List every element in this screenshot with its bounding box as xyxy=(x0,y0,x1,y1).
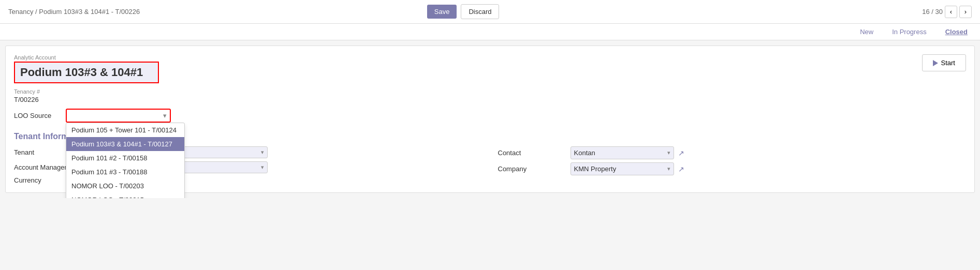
top-bar: Tenancy / Podium 103#3 & 104#1 - T/00226… xyxy=(0,0,980,24)
account-manager-arrow: ▾ xyxy=(261,164,264,171)
company-external-link[interactable]: ↗ xyxy=(678,165,684,173)
pagination-next[interactable]: › xyxy=(959,6,972,18)
tenancy-num-label: Tenancy # xyxy=(14,88,966,95)
play-icon xyxy=(933,60,938,66)
status-bar: New In Progress Closed xyxy=(0,24,980,40)
company-label: Company xyxy=(498,165,565,173)
pagination-prev[interactable]: ‹ xyxy=(945,6,957,18)
status-in-progress[interactable]: In Progress xyxy=(888,27,930,37)
status-new[interactable]: New xyxy=(856,27,877,37)
loo-source-row: LOO Source ▾ Podium 105 + Tower 101 - T/… xyxy=(14,109,966,123)
tenant-select-arrow: ▾ xyxy=(261,149,264,156)
dropdown-item-3[interactable]: Podium 101 #2 - T/00158 xyxy=(66,151,184,165)
contact-value: Kontan xyxy=(574,149,595,157)
company-row: KMN Property ▾ ↗ xyxy=(571,162,967,175)
company-value: KMN Property xyxy=(574,165,617,173)
breadcrumb-separator: / xyxy=(35,8,37,16)
company-arrow: ▾ xyxy=(667,166,670,172)
save-button[interactable]: Save xyxy=(427,5,457,19)
loo-source-dropdown: Podium 105 + Tower 101 - T/00124 Podium … xyxy=(66,123,185,198)
discard-button[interactable]: Discard xyxy=(461,4,499,19)
dropdown-item-4[interactable]: Podium 101 #3 - T/00188 xyxy=(66,165,184,179)
loo-source-arrow[interactable]: ▾ xyxy=(160,110,170,122)
breadcrumb: Tenancy / Podium 103#3 & 104#1 - T/00226 xyxy=(8,8,423,16)
contact-form-grid: Contact Kontan ▾ ↗ Company KMN Property … xyxy=(498,146,967,175)
status-closed[interactable]: Closed xyxy=(941,27,972,37)
tenancy-num-value: T/00226 xyxy=(14,96,966,103)
analytic-account-label: Analytic Account xyxy=(14,54,966,61)
contact-external-link[interactable]: ↗ xyxy=(678,149,684,157)
tenancy-num-field: Tenancy # T/00226 xyxy=(14,88,966,103)
analytic-account-field: Analytic Account Podium 103#3 & 104#1 xyxy=(14,54,966,83)
dropdown-item-2[interactable]: Podium 103#3 & 104#1 - T/00127 xyxy=(66,137,184,151)
company-select[interactable]: KMN Property ▾ xyxy=(571,162,674,175)
loo-source-label: LOO Source xyxy=(14,112,61,119)
breadcrumb-current: Podium 103#3 & 104#1 - T/00226 xyxy=(39,8,140,16)
contact-row: Kontan ▾ ↗ xyxy=(571,146,967,159)
dropdown-item-1[interactable]: Podium 105 + Tower 101 - T/00124 xyxy=(66,123,184,137)
contact-select[interactable]: Kontan ▾ xyxy=(571,146,674,159)
loo-source-input[interactable] xyxy=(67,110,160,122)
contact-arrow: ▾ xyxy=(667,149,670,156)
start-button[interactable]: Start xyxy=(922,54,966,71)
main-content: Start Analytic Account Podium 103#3 & 10… xyxy=(5,46,975,193)
dropdown-item-6[interactable]: NOMOR LOO - T/00215 xyxy=(66,193,184,198)
breadcrumb-parent[interactable]: Tenancy xyxy=(8,8,33,16)
pagination-info: 16 / 30 xyxy=(922,8,943,16)
tenant-right-col: Contact Kontan ▾ ↗ Company KMN Property … xyxy=(498,146,967,184)
pagination: 16 / 30 ‹ › xyxy=(922,6,972,18)
start-button-label: Start xyxy=(941,59,955,67)
dropdown-item-5[interactable]: NOMOR LOO - T/00203 xyxy=(66,179,184,193)
analytic-account-value[interactable]: Podium 103#3 & 104#1 xyxy=(14,62,159,83)
contact-label: Contact xyxy=(498,149,565,157)
loo-source-input-wrapper[interactable]: ▾ xyxy=(66,109,171,123)
